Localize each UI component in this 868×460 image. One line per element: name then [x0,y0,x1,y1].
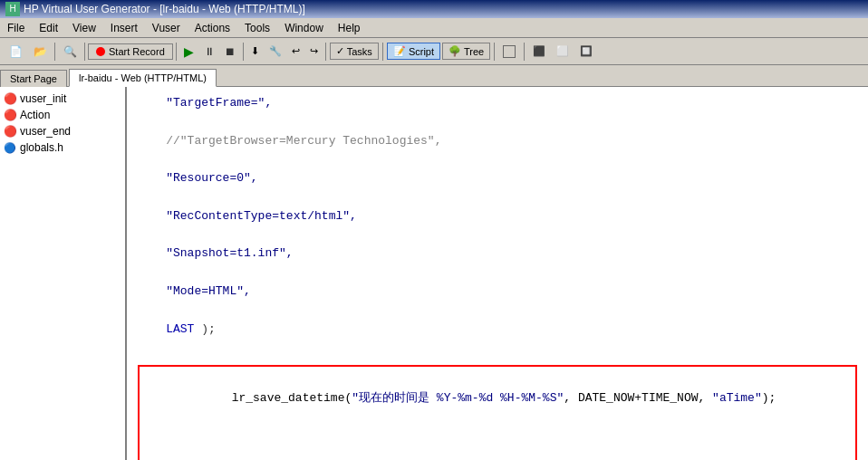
code-lr-error: lr_error_message(lr_eval_string("{aTime}… [147,446,848,460]
app-icon: H [5,2,20,16]
play-icon: ▶ [184,44,194,59]
extra1-btn[interactable]: ⬛ [528,41,550,62]
tab-active[interactable]: lr-baidu - Web (HTTP/HTML) [69,69,217,87]
vuser-end-label: vuser_end [20,125,71,138]
layout1-icon [503,45,516,58]
menu-window[interactable]: Window [277,20,331,36]
extra3-btn[interactable]: 🔲 [575,41,597,62]
menu-bar: File Edit View Insert Vuser Actions Tool… [0,18,868,38]
new-icon: 📄 [8,44,23,59]
start-record-label: Start Record [109,46,165,57]
record-dot-icon [96,47,105,56]
highlighted-code-block: lr_save_datetime("现在的时间是 %Y-%m-%d %H-%M-… [138,365,857,460]
sep8 [524,43,525,61]
nav-btn[interactable]: ↩ [287,41,304,62]
sep4 [243,43,244,61]
tree-label: Tree [464,46,484,57]
tasks-icon: ✓ [336,45,344,57]
code-editor[interactable]: "TargetFrame=", //"TargetBrowser=Mercury… [127,87,868,460]
menu-edit[interactable]: Edit [32,20,65,36]
tab-start-page[interactable]: Start Page [0,70,67,87]
tab-active-label: lr-baidu - Web (HTTP/HTML) [79,72,207,83]
menu-insert[interactable]: Insert [103,20,145,36]
open-icon: 📂 [33,44,47,59]
tab-start-page-label: Start Page [10,73,57,84]
layout1-btn[interactable] [498,41,520,62]
code-line-comment: //"TargetBrowser=Mercury Technologies", [138,132,857,151]
tab-strip: Start Page lr-baidu - Web (HTTP/HTML) [0,65,868,87]
menu-vuser[interactable]: Vuser [145,20,188,36]
extra2-btn[interactable]: ⬜ [552,41,574,62]
extra1-icon: ⬛ [533,45,545,57]
step-icon: ⬇ [251,45,259,57]
tree-icon: 🌳 [448,45,461,57]
code-blank-highlight [147,427,848,446]
action-icon: 🔴 [4,109,16,121]
extra3-icon: 🔲 [580,45,593,57]
nav2-btn[interactable]: ↪ [305,41,323,62]
code-line-blank7 [138,339,857,358]
code-line-blank3 [138,188,857,207]
menu-tools[interactable]: Tools [237,20,277,36]
extra2-icon: ⬜ [556,45,569,57]
code-line-resource: "Resource=0", [138,169,857,188]
title-bar: H HP Virtual User Generator - [lr-baidu … [0,0,868,18]
menu-actions[interactable]: Actions [188,20,237,36]
code-line-blank6 [138,302,857,321]
action-label: Action [20,109,50,121]
step-btn[interactable]: ⬇ [246,41,264,62]
tree-item-vuser-init[interactable]: 🔴 vuser_init [0,91,125,107]
stop-icon: ⏹ [225,45,236,58]
sep1 [54,43,55,61]
code-line-snapshot: "Snapshot=t1.inf", [138,244,857,264]
main-layout: 🔴 vuser_init 🔴 Action 🔴 vuser_end 🔵 glob… [0,87,868,460]
code-lr-save: lr_save_datetime("现在的时间是 %Y-%m-%d %H-%M-… [147,370,848,426]
nav2-icon: ↪ [310,45,318,57]
find-btn[interactable]: 🔍 [58,41,82,62]
code-line-blank4 [138,226,857,245]
vuser-init-label: vuser_init [20,92,66,105]
script-btn[interactable]: 📝 Script [387,43,440,60]
title-text: HP Virtual User Generator - [lr-baidu - … [24,3,305,15]
vuser-end-icon: 🔴 [4,125,16,138]
pause-icon: ⏸ [204,45,215,58]
start-record-btn[interactable]: Start Record [88,43,173,60]
sep6 [382,43,383,61]
debug-btn[interactable]: 🔧 [265,41,286,62]
code-line-mode: "Mode=HTML", [138,283,857,302]
tasks-label: Tasks [347,46,372,57]
script-label: Script [409,46,434,57]
sep7 [494,43,495,61]
toolbar-left-group: 📄 📂 🔍 Start Record ▶ ⏸ ⏹ ⬇ 🔧 [4,41,328,62]
sidebar: 🔴 vuser_init 🔴 Action 🔴 vuser_end 🔵 glob… [0,87,127,460]
globals-label: globals.h [20,141,63,154]
debug-icon: 🔧 [269,45,282,57]
code-line-1: "TargetFrame=", [138,94,857,113]
open-btn[interactable]: 📂 [28,41,52,62]
sep3 [176,43,177,61]
menu-file[interactable]: File [0,20,32,36]
tree-item-action[interactable]: 🔴 Action [0,107,125,123]
stop-btn[interactable]: ⏹ [220,41,240,62]
tree-btn[interactable]: 🌳 Tree [442,43,490,60]
script-icon: 📝 [393,45,406,57]
tree-item-vuser-end[interactable]: 🔴 vuser_end [0,123,125,139]
menu-view[interactable]: View [65,20,103,36]
code-line-blank5 [138,264,857,283]
tree-item-globals[interactable]: 🔵 globals.h [0,139,125,156]
vuser-init-icon: 🔴 [4,92,16,105]
code-line-last: LAST ); [138,321,857,340]
new-btn[interactable]: 📄 [4,41,27,62]
sep5 [325,43,326,61]
find-icon: 🔍 [63,44,77,59]
tasks-btn[interactable]: ✓ Tasks [330,43,379,60]
globals-icon: 🔵 [4,141,16,154]
code-line-blank1 [138,113,857,132]
play-btn[interactable]: ▶ [179,41,198,62]
sep2 [84,43,85,61]
menu-help[interactable]: Help [331,20,368,36]
pause-btn[interactable]: ⏸ [199,41,219,62]
code-line-blank2 [138,150,857,169]
toolbar: 📄 📂 🔍 Start Record ▶ ⏸ ⏹ ⬇ 🔧 [0,38,868,65]
nav-icon: ↩ [292,45,300,57]
